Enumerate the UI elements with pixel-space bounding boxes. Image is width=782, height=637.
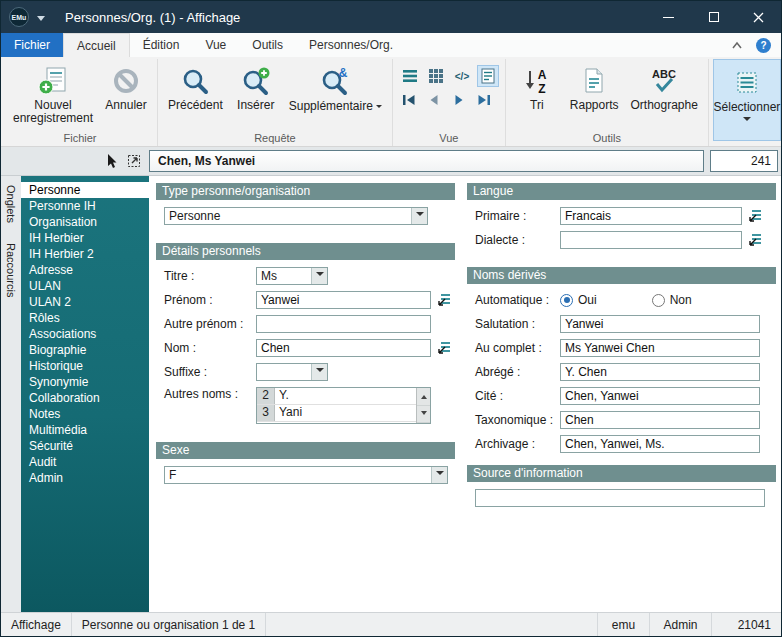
sidebar-item-personne-ih[interactable]: Personne IH (21, 198, 149, 214)
suffixe-combo[interactable] (256, 363, 328, 381)
sidebar-item-roles[interactable]: Rôles (21, 310, 149, 326)
tab-accueil[interactable]: Accueil (63, 33, 130, 57)
scroll-down-icon[interactable] (417, 406, 430, 424)
pointer-icon[interactable] (103, 153, 119, 169)
section-header-sexe: Sexe (156, 442, 455, 459)
sidebar-item-historique[interactable]: Historique (21, 358, 149, 374)
ribbon-collapse-icon[interactable] (730, 40, 744, 50)
sidebar-item-ih-herbier-2[interactable]: IH Herbier 2 (21, 246, 149, 262)
lookup-icon[interactable] (436, 340, 453, 356)
lookup-icon[interactable] (747, 232, 764, 248)
lookup-icon[interactable] (436, 292, 453, 308)
sidebar-item-organisation[interactable]: Organisation (21, 214, 149, 230)
sidebar-item-ulan[interactable]: ULAN (21, 278, 149, 294)
search-additional-button[interactable]: & Supplémentaire (283, 61, 388, 131)
sexe-combo[interactable]: F (164, 466, 448, 484)
taxonomique-field[interactable] (560, 411, 760, 429)
record-navigation (399, 91, 499, 109)
source-field[interactable] (475, 489, 765, 507)
scroll-up-icon[interactable] (417, 388, 430, 406)
sidebar-item-collaboration[interactable]: Collaboration (21, 390, 149, 406)
sidebar-item-associations[interactable]: Associations (21, 326, 149, 342)
minimize-button[interactable] (646, 1, 691, 33)
chevron-down-icon[interactable] (411, 208, 427, 224)
search-previous-button[interactable]: Précédent (162, 61, 229, 131)
autres-noms-grid[interactable]: 2 Y. 3 Yani (256, 387, 431, 424)
sidebar-item-synonymie[interactable]: Synonymie (21, 374, 149, 390)
auto-non-radio[interactable] (652, 294, 665, 307)
sidebar-tab-raccourcis[interactable]: Raccourcis (5, 240, 17, 300)
nav-next-icon[interactable] (449, 91, 470, 109)
tab-outils[interactable]: Outils (239, 33, 296, 57)
section-header-details: Détails personnels (156, 243, 455, 260)
new-record-button[interactable]: Nouvel enregistrement (7, 61, 99, 131)
tab-fichier[interactable]: Fichier (1, 33, 63, 57)
cite-field[interactable] (560, 387, 760, 405)
view-grid-icon[interactable] (425, 65, 447, 87)
archivage-field[interactable] (560, 435, 760, 453)
grid-scrollbar[interactable] (416, 388, 430, 423)
autres-noms-row[interactable]: 2 Y. (257, 388, 416, 405)
expand-selection-icon[interactable] (126, 153, 142, 169)
autres-noms-row[interactable]: 3 Yani (257, 405, 416, 422)
chevron-down-icon[interactable] (311, 364, 327, 380)
quick-access-caret-icon[interactable] (37, 16, 45, 25)
reports-button[interactable]: Rapports (564, 61, 625, 131)
sidebar-tab-onglets[interactable]: Onglets (5, 182, 17, 226)
tab-vue[interactable]: Vue (192, 33, 239, 57)
tab-edition[interactable]: Édition (130, 33, 193, 57)
nav-last-icon[interactable] (474, 91, 495, 109)
search-insert-button[interactable]: Insérer (229, 61, 283, 131)
row-value: Y. (275, 388, 416, 404)
lookup-icon[interactable] (747, 208, 764, 224)
row-number: 3 (257, 405, 275, 421)
record-count: 241 (710, 150, 778, 172)
cancel-button[interactable]: Annuler (99, 61, 153, 131)
complet-field[interactable] (560, 339, 760, 357)
nav-first-icon[interactable] (399, 91, 420, 109)
sidebar-item-audit[interactable]: Audit (21, 454, 149, 470)
view-page-icon[interactable] (477, 65, 499, 87)
suffixe-label: Suffixe : (164, 365, 256, 379)
ribbon-tab-row: Fichier Accueil Édition Vue Outils Perso… (1, 33, 781, 57)
close-button[interactable] (736, 1, 781, 33)
prenom-field[interactable] (256, 291, 431, 309)
spellcheck-button[interactable]: ABC Orthographe (625, 61, 704, 131)
prenom-label: Prénom : (164, 293, 256, 307)
abrege-field[interactable] (560, 363, 760, 381)
search-insert-label: Insérer (237, 99, 274, 112)
sidebar-item-biographie[interactable]: Biographie (21, 342, 149, 358)
status-db: emu (597, 613, 649, 636)
sidebar-item-ih-herbier[interactable]: IH Herbier (21, 230, 149, 246)
autre-prenom-field[interactable] (256, 315, 431, 333)
sidebar-item-notes[interactable]: Notes (21, 406, 149, 422)
auto-oui-radio[interactable] (560, 294, 573, 307)
sidebar: Onglets Raccourcis Personne Personne IH … (1, 176, 149, 612)
select-icon (734, 66, 760, 100)
salutation-field[interactable] (560, 315, 760, 333)
primaire-field[interactable] (560, 207, 742, 225)
sidebar-item-adresse[interactable]: Adresse (21, 262, 149, 278)
dialecte-field[interactable] (560, 231, 742, 249)
sort-button[interactable]: A Z Tri (510, 61, 564, 131)
row-value: Yani (275, 405, 416, 421)
sidebar-item-personne[interactable]: Personne (21, 182, 149, 198)
sidebar-item-multimedia[interactable]: Multimédia (21, 422, 149, 438)
window-title: Personnes/Org. (1) - Affichage (65, 10, 240, 25)
view-code-icon[interactable]: </> (451, 65, 473, 87)
type-person-combo[interactable]: Personne (164, 207, 428, 225)
select-button[interactable]: Sélectionner (713, 59, 781, 141)
chevron-down-icon[interactable] (311, 268, 327, 284)
view-list-icon[interactable] (399, 65, 421, 87)
sidebar-item-securite[interactable]: Sécurité (21, 438, 149, 454)
sidebar-item-ulan-2[interactable]: ULAN 2 (21, 294, 149, 310)
maximize-button[interactable] (691, 1, 736, 33)
sidebar-item-admin[interactable]: Admin (21, 470, 149, 486)
nom-field[interactable] (256, 339, 431, 357)
tab-personnes-org[interactable]: Personnes/Org. (296, 33, 406, 57)
nav-previous-icon[interactable] (424, 91, 445, 109)
titre-combo[interactable]: Ms (256, 267, 328, 285)
help-icon[interactable]: ? (756, 38, 771, 53)
tab-row-right: ? (730, 33, 781, 57)
chevron-down-icon[interactable] (431, 467, 447, 483)
